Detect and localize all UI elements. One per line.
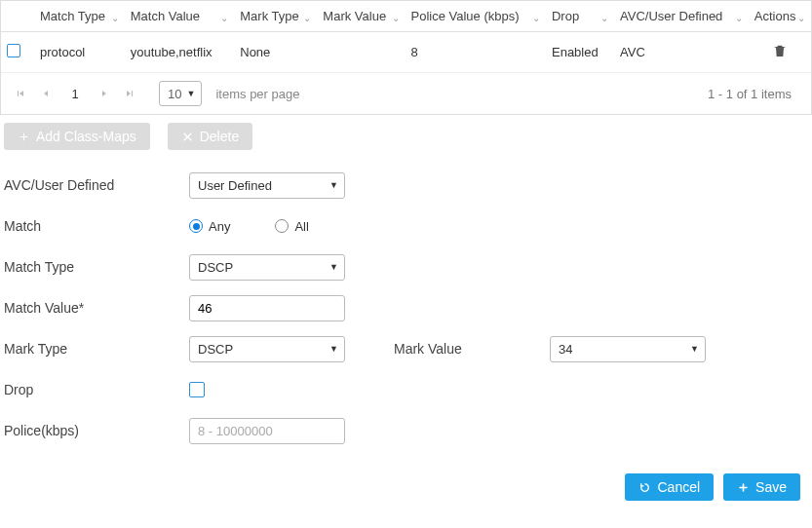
match-all-radio[interactable]: All — [275, 219, 308, 234]
add-label: Add Class-Maps — [36, 129, 136, 144]
avc-label: AVC/User Defined — [4, 177, 189, 193]
col-match-type: Match Type — [40, 9, 105, 23]
col-police: Police Value (kbps) — [411, 9, 520, 23]
cell-avc: AVC — [614, 32, 749, 73]
mark-value-select[interactable]: 34 ▼ — [550, 336, 706, 362]
chevron-down-icon[interactable]: ⌄ — [220, 13, 228, 23]
triangle-down-icon: ▼ — [690, 344, 699, 354]
delete-label: Delete — [200, 129, 239, 144]
match-type-label: Match Type — [4, 259, 189, 275]
match-all-label: All — [294, 219, 308, 234]
pager-current: 1 — [61, 87, 89, 101]
pager-prev-icon[interactable] — [36, 84, 56, 103]
triangle-down-icon: ▼ — [329, 180, 338, 190]
save-button[interactable]: Save — [723, 473, 800, 501]
match-any-label: Any — [209, 219, 230, 234]
chevron-down-icon[interactable]: ⌄ — [532, 13, 540, 23]
col-mark-value: Mark Value — [323, 9, 386, 23]
mark-value-label: Mark Value — [394, 341, 550, 357]
delete-button[interactable]: Delete — [168, 123, 252, 150]
chevron-down-icon[interactable]: ⌄ — [600, 13, 608, 23]
plus-icon — [18, 131, 30, 143]
trash-icon[interactable] — [772, 48, 788, 62]
triangle-down-icon: ▼ — [329, 344, 338, 354]
row-checkbox[interactable] — [7, 44, 20, 57]
drop-label: Drop — [4, 382, 189, 397]
avc-select[interactable]: User Defined ▼ — [189, 172, 345, 199]
chevron-down-icon[interactable]: ⌄ — [111, 13, 119, 23]
pager-next-icon[interactable] — [95, 84, 114, 103]
police-label: Police(kbps) — [4, 423, 189, 438]
plus-icon — [737, 481, 750, 494]
cell-police: 8 — [406, 32, 546, 73]
items-info: 1 - 1 of 1 items — [708, 87, 801, 101]
page-size-select[interactable]: 10 ▼ — [159, 81, 202, 106]
x-icon — [181, 131, 194, 143]
col-mark-type: Mark Type — [240, 9, 298, 23]
mark-type-label: Mark Type — [4, 341, 189, 357]
cell-drop: Enabled — [546, 32, 614, 73]
match-value-input[interactable] — [189, 295, 345, 321]
triangle-down-icon: ▼ — [187, 89, 196, 98]
match-any-radio[interactable]: Any — [189, 219, 230, 234]
add-class-maps-button[interactable]: Add Class-Maps — [4, 123, 150, 150]
match-value-label: Match Value* — [4, 300, 189, 316]
pager-first-icon[interactable] — [11, 84, 30, 103]
police-input[interactable] — [189, 418, 345, 444]
radio-icon — [189, 219, 203, 233]
chevron-down-icon[interactable]: ⌄ — [392, 13, 400, 23]
undo-icon — [638, 481, 651, 494]
col-match-value: Match Value — [131, 9, 200, 23]
col-avc: AVC/User Defined — [620, 9, 722, 23]
pager-last-icon[interactable] — [120, 84, 139, 103]
save-label: Save — [755, 479, 787, 495]
drop-checkbox[interactable] — [189, 382, 205, 397]
col-actions: Actions — [754, 9, 796, 23]
cell-mark-value — [317, 32, 405, 73]
cancel-button[interactable]: Cancel — [625, 473, 714, 501]
per-page-label: items per page — [215, 87, 299, 101]
page-size-value: 10 — [168, 87, 181, 101]
triangle-down-icon: ▼ — [329, 262, 338, 272]
mark-type-select[interactable]: DSCP ▼ — [189, 336, 345, 362]
table-row: protocol youtube,netflix None 8 Enabled … — [1, 32, 811, 73]
cancel-label: Cancel — [657, 479, 700, 495]
cell-mark-type: None — [234, 32, 317, 73]
cell-match-type: protocol — [34, 32, 125, 73]
match-label: Match — [4, 218, 189, 234]
cell-match-value: youtube,netflix — [125, 32, 235, 73]
chevron-down-icon[interactable]: ⌄ — [735, 13, 743, 23]
chevron-down-icon[interactable]: ⌄ — [797, 13, 805, 23]
radio-icon — [275, 219, 289, 233]
match-type-select[interactable]: DSCP ▼ — [189, 254, 345, 281]
chevron-down-icon[interactable]: ⌄ — [303, 13, 311, 23]
col-drop: Drop — [552, 9, 579, 23]
